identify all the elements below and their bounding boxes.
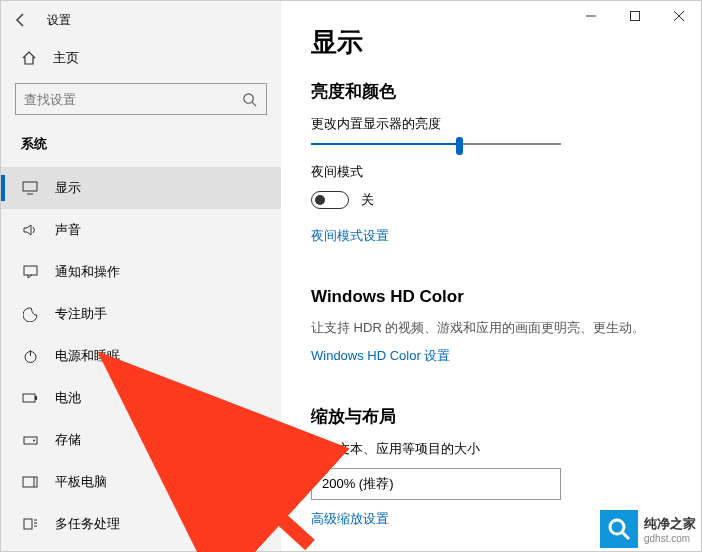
advanced-scale-link[interactable]: 高级缩放设置 <box>311 510 389 528</box>
svg-rect-18 <box>631 12 640 21</box>
multitask-icon <box>21 518 39 530</box>
close-button[interactable] <box>657 1 701 31</box>
sidebar-item-label: 多任务处理 <box>55 515 120 533</box>
watermark-logo <box>600 510 638 548</box>
sidebar-item-label: 电源和睡眠 <box>55 347 120 365</box>
svg-rect-11 <box>23 477 37 487</box>
toggle-state-label: 关 <box>361 191 374 209</box>
svg-rect-8 <box>35 396 37 400</box>
display-icon <box>21 181 39 195</box>
brightness-label: 更改内置显示器的亮度 <box>311 115 671 133</box>
svg-line-1 <box>252 102 256 106</box>
svg-rect-4 <box>24 266 37 275</box>
svg-rect-9 <box>24 437 37 444</box>
hdr-settings-link[interactable]: Windows HD Color 设置 <box>311 347 450 365</box>
svg-rect-7 <box>23 394 35 402</box>
watermark-url: gdhst.com <box>644 533 696 544</box>
minimize-button[interactable] <box>569 1 613 31</box>
tablet-icon <box>21 476 39 488</box>
scale-select-value: 200% (推荐) <box>322 475 394 493</box>
scale-select[interactable]: 200% (推荐) <box>311 468 561 500</box>
sidebar-item-display[interactable]: 显示 <box>1 167 281 209</box>
toggle-knob <box>315 195 325 205</box>
search-box[interactable] <box>15 83 267 115</box>
slider-fill <box>311 143 461 145</box>
home-label: 主页 <box>53 49 79 67</box>
sidebar-item-multitask[interactable]: 多任务处理 <box>1 503 281 545</box>
search-icon <box>232 92 266 107</box>
power-icon <box>21 349 39 364</box>
back-button[interactable] <box>9 8 33 32</box>
svg-point-0 <box>243 93 252 102</box>
sidebar-item-sound[interactable]: 声音 <box>1 209 281 251</box>
brightness-slider[interactable] <box>311 143 561 145</box>
sidebar-item-label: 存储 <box>55 431 81 449</box>
search-input[interactable] <box>16 92 232 107</box>
sidebar-item-label: 通知和操作 <box>55 263 120 281</box>
svg-rect-13 <box>24 519 32 529</box>
group-header-system: 系统 <box>1 131 281 167</box>
section-hdr: Windows HD Color <box>311 287 671 307</box>
svg-point-10 <box>33 440 35 442</box>
night-mode-toggle[interactable] <box>311 191 349 209</box>
section-scale: 缩放与布局 <box>311 405 671 428</box>
scale-label: 更改文本、应用等项目的大小 <box>311 440 671 458</box>
sidebar-item-storage[interactable]: 存储 <box>1 419 281 461</box>
sidebar-item-label: 声音 <box>55 221 81 239</box>
night-mode-settings-link[interactable]: 夜间模式设置 <box>311 227 389 245</box>
section-brightness: 亮度和颜色 <box>311 80 671 103</box>
sound-icon <box>21 223 39 237</box>
svg-point-23 <box>610 520 624 534</box>
svg-rect-2 <box>23 182 37 191</box>
maximize-button[interactable] <box>613 1 657 31</box>
hdr-description: 让支持 HDR 的视频、游戏和应用的画面更明亮、更生动。 <box>311 319 671 337</box>
sidebar-item-label: 显示 <box>55 179 81 197</box>
watermark: 纯净之家 gdhst.com <box>600 510 696 548</box>
sidebar-item-label: 专注助手 <box>55 305 107 323</box>
night-mode-label: 夜间模式 <box>311 163 671 181</box>
battery-icon <box>21 393 39 403</box>
sidebar-item-notifications[interactable]: 通知和操作 <box>1 251 281 293</box>
storage-icon <box>21 434 39 446</box>
home-link[interactable]: 主页 <box>1 39 281 77</box>
sidebar-item-label: 电池 <box>55 389 81 407</box>
window-title: 设置 <box>47 12 71 29</box>
home-icon <box>21 50 39 66</box>
sidebar-item-battery[interactable]: 电池 <box>1 377 281 419</box>
sidebar-item-tablet[interactable]: 平板电脑 <box>1 461 281 503</box>
slider-thumb[interactable] <box>456 137 463 155</box>
sidebar-item-focus[interactable]: 专注助手 <box>1 293 281 335</box>
focus-icon <box>21 307 39 322</box>
watermark-text: 纯净之家 <box>644 515 696 533</box>
notifications-icon <box>21 265 39 279</box>
sidebar-item-power[interactable]: 电源和睡眠 <box>1 335 281 377</box>
svg-line-24 <box>622 532 629 539</box>
sidebar-item-label: 平板电脑 <box>55 473 107 491</box>
